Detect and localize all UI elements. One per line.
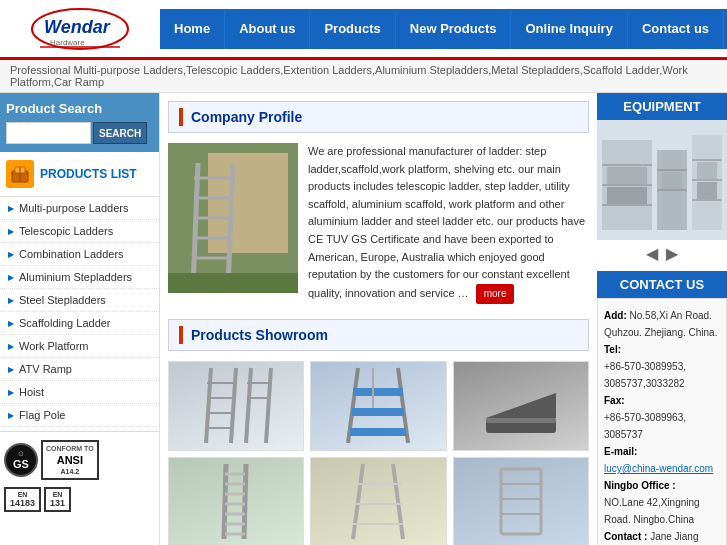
svg-rect-18	[168, 273, 298, 293]
products-showroom-section: Products Showroom	[168, 319, 589, 545]
nav-contact[interactable]: Contact us	[628, 9, 724, 49]
header: Wendar Hardware Home About us Products N…	[0, 0, 727, 60]
cert-gs: ⊙ GS	[4, 443, 38, 477]
nav-products[interactable]: Products	[310, 9, 395, 49]
cert-ansi: CONFORM TO ANSI A14.2	[41, 440, 99, 480]
svg-rect-39	[486, 418, 556, 423]
product-ramp-3-svg	[481, 363, 561, 448]
products-showroom-title: Products Showroom	[191, 327, 328, 343]
right-sidebar: EQUIPMENT	[597, 93, 727, 545]
certifications: ⊙ GS CONFORM TO ANSI A14.2 EN 14183	[0, 431, 159, 520]
contact-us-header: CONTACT US	[597, 271, 727, 298]
svg-line-50	[393, 464, 403, 539]
products-list-header: PRODUCTS LIST	[0, 152, 159, 197]
equipment-nav-arrows: ◀ ▶	[597, 244, 727, 263]
sidebar-item-aluminium-step[interactable]: Aluminium Stepladders	[0, 266, 159, 289]
search-input[interactable]	[6, 122, 91, 144]
main-layout: Product Search SEARCH PRODUCTS LIST Mult…	[0, 93, 727, 545]
svg-text:Wendar: Wendar	[44, 17, 111, 37]
svg-rect-31	[353, 388, 403, 396]
products-showroom-header: Products Showroom	[168, 319, 589, 351]
contact-fax-label: Fax:	[604, 395, 625, 406]
sidebar-item-combination[interactable]: Combination Ladders	[0, 243, 159, 266]
company-description: We are professional manufacturer of ladd…	[308, 143, 589, 304]
products-list-title: PRODUCTS LIST	[40, 167, 137, 181]
svg-rect-33	[350, 428, 406, 436]
contact-contact-label: Contact :	[604, 531, 647, 542]
section-marker	[179, 108, 183, 126]
svg-line-26	[266, 368, 271, 443]
product-thumb-2[interactable]	[310, 361, 446, 451]
company-photo	[168, 143, 298, 293]
nav-online-inquiry[interactable]: Online Inquiry	[511, 9, 627, 49]
next-arrow[interactable]: ▶	[666, 245, 678, 262]
contact-contact: Jane Jiang	[650, 531, 698, 542]
sidebar-item-multi-ladders[interactable]: Multi-purpose Ladders	[0, 197, 159, 220]
search-title: Product Search	[6, 101, 153, 116]
company-profile-body: We are professional manufacturer of ladd…	[168, 143, 589, 304]
svg-rect-74	[697, 182, 717, 199]
svg-rect-72	[662, 172, 682, 189]
contact-email-link[interactable]: lucy@china-wendar.com	[604, 463, 713, 474]
logo-svg: Wendar Hardware	[30, 7, 130, 51]
contact-tel: +86-570-3089953, 3085737,3033282	[604, 361, 686, 389]
sidebar-item-flag-pole[interactable]: Flag Pole	[0, 404, 159, 427]
svg-line-25	[246, 368, 251, 443]
contact-body: Add: No.58,Xi An Road. Quhzou. Zhejiang.…	[597, 298, 727, 545]
logo: Wendar Hardware	[0, 7, 160, 51]
sidebar-item-telescopic[interactable]: Telescopic Ladders	[0, 220, 159, 243]
nav-new-products[interactable]: New Products	[396, 9, 512, 49]
company-profile-section: Company Profile	[168, 101, 589, 304]
sidebar-item-work-platform[interactable]: Work Platform	[0, 335, 159, 358]
contact-add-label: Add:	[604, 310, 627, 321]
svg-line-19	[206, 368, 211, 443]
svg-rect-71	[607, 187, 647, 204]
search-box: Product Search SEARCH	[0, 93, 159, 152]
section-marker-2	[179, 326, 183, 344]
prev-arrow[interactable]: ◀	[646, 245, 658, 262]
product-thumb-1[interactable]	[168, 361, 304, 451]
product-thumb-5[interactable]	[310, 457, 446, 545]
svg-rect-73	[697, 162, 717, 179]
contact-ningbo-label: Ningbo Office :	[604, 480, 676, 491]
sidebar-item-atv-ramp[interactable]: ATV Ramp	[0, 358, 159, 381]
nav-home[interactable]: Home	[160, 9, 225, 49]
product-thumb-3[interactable]	[453, 361, 589, 451]
company-photo-svg	[168, 143, 298, 293]
more-button[interactable]: more	[476, 284, 515, 304]
sidebar-item-steel-step[interactable]: Steel Stepladders	[0, 289, 159, 312]
sidebar-item-hoist[interactable]: Hoist	[0, 381, 159, 404]
left-sidebar: Product Search SEARCH PRODUCTS LIST Mult…	[0, 93, 160, 545]
product-6-svg	[481, 459, 561, 544]
box-icon	[9, 163, 31, 185]
contact-email-label: E-mail:	[604, 446, 637, 457]
tagline-text: Professional Multi-purpose Ladders,Teles…	[10, 64, 688, 88]
svg-line-49	[353, 464, 363, 539]
tagline-bar: Professional Multi-purpose Ladders,Teles…	[0, 60, 727, 93]
sidebar-item-scaffolding[interactable]: Scaffolding Ladder	[0, 312, 159, 335]
svg-rect-32	[352, 408, 404, 416]
cert-en14183: EN 14183	[4, 487, 41, 512]
search-button[interactable]: SEARCH	[93, 122, 147, 144]
showroom-grid	[168, 361, 589, 545]
svg-rect-54	[501, 469, 541, 534]
svg-line-20	[231, 368, 236, 443]
company-profile-header: Company Profile	[168, 101, 589, 133]
product-ladder-1-svg	[196, 363, 276, 448]
product-telescopic-4-svg	[196, 459, 276, 544]
company-text: We are professional manufacturer of ladd…	[308, 143, 589, 304]
contact-ningbo: NO.Lane 42,Xingning Road. Ningbo.China	[604, 497, 700, 525]
contact-tel-label: Tel:	[604, 344, 621, 355]
sidebar-nav: Multi-purpose Ladders Telescopic Ladders…	[0, 197, 159, 427]
svg-rect-70	[607, 167, 647, 184]
product-thumb-6[interactable]	[453, 457, 589, 545]
svg-marker-38	[486, 393, 556, 418]
main-content: Company Profile	[160, 93, 597, 545]
product-thumb-4[interactable]	[168, 457, 304, 545]
product-step-5-svg	[338, 459, 418, 544]
equipment-photo	[597, 120, 727, 240]
nav-about[interactable]: About us	[225, 9, 310, 49]
equipment-header: EQUIPMENT	[597, 93, 727, 120]
products-list-icon	[6, 160, 34, 188]
contact-fax: +86-570-3089963, 3085737	[604, 412, 686, 440]
